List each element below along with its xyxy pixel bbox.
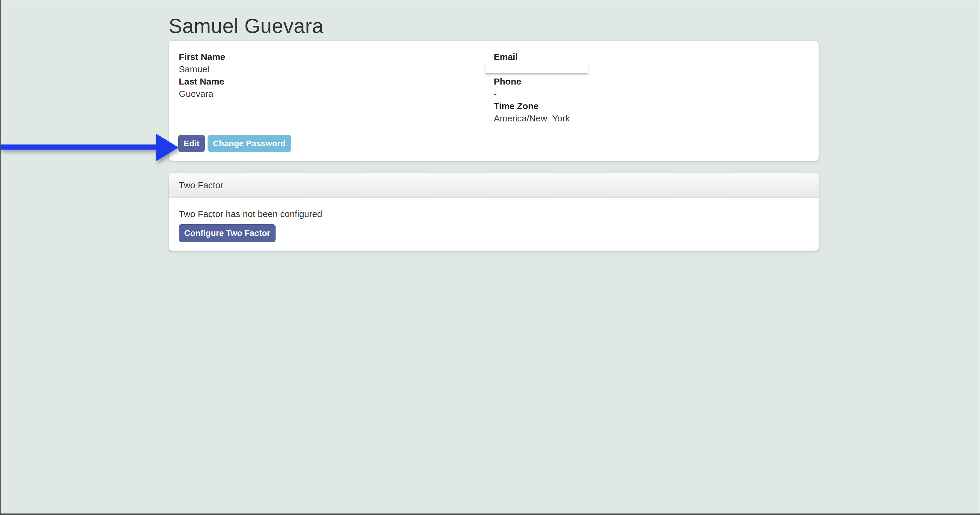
- phone-value: -: [494, 88, 809, 100]
- first-name-label: First Name: [179, 51, 494, 63]
- time-zone-label: Time Zone: [494, 100, 809, 112]
- profile-fields-right-column: Email Phone - Time Zone America/New_York: [494, 51, 809, 151]
- annotation-arrow-icon: [1, 132, 180, 163]
- two-factor-status-text: Two Factor has not been configured: [179, 208, 809, 220]
- profile-page: Samuel Guevara First Name Samuel Last Na…: [0, 0, 980, 515]
- page-title: Samuel Guevara: [169, 14, 323, 37]
- two-factor-panel-header: Two Factor: [169, 173, 819, 198]
- last-name-label: Last Name: [179, 75, 494, 88]
- two-factor-panel-body: Two Factor has not been configured Confi…: [169, 198, 819, 251]
- two-factor-header-title: Two Factor: [179, 180, 223, 190]
- profile-actions: Edit Change Password: [178, 135, 291, 152]
- email-label: Email: [494, 51, 809, 63]
- time-zone-value: America/New_York: [494, 112, 809, 124]
- change-password-button[interactable]: Change Password: [208, 135, 291, 152]
- last-name-value: Guevara: [179, 88, 494, 100]
- phone-label: Phone: [494, 75, 809, 88]
- first-name-value: Samuel: [179, 63, 494, 75]
- edit-button[interactable]: Edit: [178, 135, 205, 152]
- configure-two-factor-button[interactable]: Configure Two Factor: [179, 224, 275, 242]
- profile-details-card: First Name Samuel Last Name Guevara Emai…: [169, 40, 819, 161]
- email-value-box: [485, 64, 588, 73]
- two-factor-panel: Two Factor Two Factor has not been confi…: [169, 173, 819, 251]
